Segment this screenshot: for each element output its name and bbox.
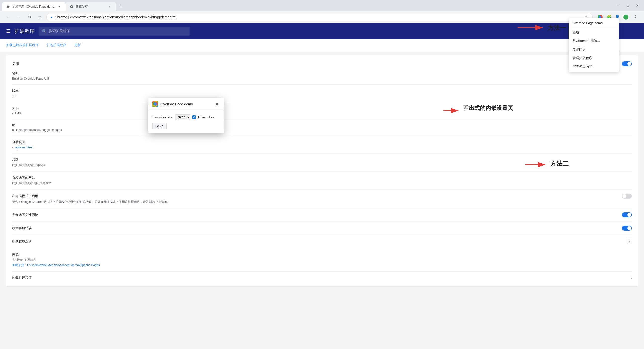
views-label: 查看视图: [12, 140, 632, 144]
forward-button[interactable]: →: [15, 13, 23, 21]
version-row: 版本 1.0: [12, 89, 632, 102]
content-area: ☰ 扩展程序 🔍 搜索扩展程序 加载已解压的扩展程序 打包扩展程序 更新 启用: [0, 23, 644, 349]
dialog-header: Override Page demo ✕: [148, 98, 224, 110]
context-menu-item-manage[interactable]: 管理扩展程序: [569, 54, 619, 62]
allow-files-label: 允许访问文件网址: [12, 213, 38, 217]
maximize-button[interactable]: □: [623, 1, 632, 10]
sub-extensions-row: 卸载扩展程序 ›: [12, 276, 632, 280]
back-button[interactable]: ←: [4, 13, 13, 21]
new-tab-button[interactable]: +: [116, 3, 124, 11]
options-row: 扩展程序选项 ↗: [12, 239, 632, 248]
context-menu-item-inspect[interactable]: 审查弹出内容: [569, 62, 619, 71]
size-label: 大小: [12, 106, 632, 111]
collect-errors-row-header: 收集各项错误: [12, 226, 632, 231]
permissions-row: 权限 此扩展程序无需任何权限: [12, 158, 632, 172]
incognito-row: 在无痕模式下启用 警告：Google Chrome 无法阻止扩展程序记录您的浏览…: [12, 194, 632, 208]
update-button[interactable]: 更新: [74, 42, 81, 48]
tab-extensions[interactable]: 扩展程序 - Override Page dem... ✕: [2, 2, 66, 11]
sub-extensions-arrow[interactable]: ›: [631, 276, 632, 280]
context-menu-item-remove[interactable]: 从Chrome中移除...: [569, 37, 619, 45]
allow-files-toggle[interactable]: [622, 212, 632, 217]
address-bar: ← → ↻ ⌂ ● Chrome | chrome://extensions/?…: [0, 11, 644, 23]
dialog-color-select[interactable]: green red blue: [175, 114, 190, 120]
tabs-bar: 扩展程序 - Override Page dem... ✕ 新标签页 ✕ +: [2, 0, 613, 11]
load-unpacked-button[interactable]: 加载已解压的扩展程序: [6, 42, 39, 48]
dialog-title: Override Page demo: [152, 101, 193, 107]
url-bar[interactable]: ● Chrome | chrome://extensions/?options=…: [46, 13, 593, 21]
pack-extension-button[interactable]: 打包扩展程序: [47, 42, 66, 48]
dialog-color-field: Favorite color: green red blue I like co…: [152, 114, 220, 120]
options-external-link[interactable]: ↗: [627, 239, 632, 244]
extensions-title: 扩展程序: [15, 28, 35, 35]
permissions-value: 此扩展程序无需任何权限: [12, 163, 632, 167]
tab-title-new: 新标签页: [76, 5, 106, 9]
dialog-close-button[interactable]: ✕: [214, 101, 220, 107]
search-placeholder: 搜索扩展程序: [49, 29, 70, 33]
source-value: 未封装的扩展程序: [12, 258, 632, 262]
id-label: ID: [12, 123, 632, 127]
context-menu-item-unpin[interactable]: 取消固定: [569, 45, 619, 54]
options-row-header: 扩展程序选项 ↗: [12, 239, 632, 244]
options-label: 扩展程序选项: [12, 239, 32, 244]
extension-card-header: 启用: [12, 61, 632, 66]
collect-errors-row: 收集各项错误: [12, 226, 632, 235]
collect-errors-toggle[interactable]: [622, 226, 632, 231]
extensions-page: ☰ 扩展程序 🔍 搜索扩展程序 加载已解压的扩展程序 打包扩展程序 更新 启用: [0, 23, 644, 349]
description-value: Build an Override Page UI!!: [12, 77, 632, 80]
dialog-colors-label: I like colors.: [198, 115, 215, 119]
description-row: 说明 Build an Override Page UI!!: [12, 71, 632, 85]
size-row: 大小 < 1MB: [12, 106, 632, 119]
source-label: 来源: [12, 252, 632, 257]
extensions-header: ☰ 扩展程序 🔍 搜索扩展程序: [0, 23, 644, 39]
browser-frame: 扩展程序 - Override Page dem... ✕ 新标签页 ✕ + ─…: [0, 0, 644, 349]
minimize-button[interactable]: ─: [614, 1, 623, 10]
version-label: 版本: [12, 89, 632, 93]
incognito-row-header: 在无痕模式下启用: [12, 194, 632, 199]
tab-close-extensions[interactable]: ✕: [58, 5, 62, 9]
dialog-color-label: Favorite color:: [152, 115, 173, 119]
url-text: Chrome | chrome://extensions/?options=oo…: [55, 15, 583, 19]
sites-label: 有权访问的网站: [12, 176, 632, 180]
views-row: 查看视图 • options.html: [12, 140, 632, 154]
secure-icon: ●: [51, 15, 53, 19]
tab-favicon-new: [70, 5, 74, 9]
incognito-toggle[interactable]: [622, 194, 632, 199]
ext-icon-green[interactable]: [622, 14, 629, 21]
menu-button[interactable]: ⋮: [631, 13, 640, 22]
version-value: 1.0: [12, 94, 632, 98]
sites-value: 此扩展程序无权访问其他网站。: [12, 181, 632, 185]
tab-close-new[interactable]: ✕: [108, 5, 112, 9]
enabled-toggle[interactable]: [622, 61, 632, 66]
title-bar: 扩展程序 - Override Page dem... ✕ 新标签页 ✕ + ─…: [0, 0, 644, 11]
allow-files-row: 允许访问文件网址: [12, 212, 632, 222]
collect-errors-label: 收集各项错误: [12, 226, 32, 230]
views-link[interactable]: options.html: [15, 145, 33, 149]
source-path: 加载来源：F:\Code\Web\Extension\concept-demo\…: [12, 263, 632, 267]
tab-favicon: [6, 5, 10, 9]
context-menu: Override Page demo 选项 从Chrome中移除... 取消固定…: [569, 18, 619, 72]
extensions-search[interactable]: 🔍 搜索扩展程序: [39, 27, 190, 36]
extensions-main: 启用 说明 Build an Override Page UI!! 版本 1.0: [0, 51, 644, 349]
sub-extensions-label: 卸载扩展程序: [12, 276, 32, 280]
options-dialog: Override Page demo ✕ Favorite color: gre…: [148, 98, 224, 133]
sites-row: 有权访问的网站 此扩展程序无权访问其他网站。: [12, 176, 632, 190]
reload-button[interactable]: ↻: [25, 13, 34, 21]
incognito-label: 在无痕模式下启用: [12, 194, 38, 198]
source-row: 来源 未封装的扩展程序 加载来源：F:\Code\Web\Extension\c…: [12, 252, 632, 272]
context-menu-item-options[interactable]: 选项: [569, 28, 619, 37]
dialog-save-button[interactable]: Save: [152, 123, 167, 129]
close-button[interactable]: ✕: [633, 1, 642, 10]
home-button[interactable]: ⌂: [36, 13, 44, 21]
tab-new[interactable]: 新标签页 ✕: [66, 2, 116, 11]
context-menu-title: Override Page demo: [569, 19, 619, 27]
dialog-save-row: Save: [152, 123, 220, 129]
permissions-label: 权限: [12, 158, 632, 162]
allow-files-row-header: 允许访问文件网址: [12, 212, 632, 217]
menu-icon[interactable]: ☰: [6, 28, 11, 34]
size-value: < 1MB: [12, 112, 632, 115]
description-label: 说明: [12, 71, 632, 76]
enabled-label: 启用: [12, 62, 19, 66]
incognito-desc: 警告：Google Chrome 无法阻止扩展程序记录您的浏览活动。若要在无痕模…: [12, 200, 632, 204]
search-icon: 🔍: [42, 29, 47, 34]
dialog-colors-checkbox[interactable]: [192, 115, 196, 119]
